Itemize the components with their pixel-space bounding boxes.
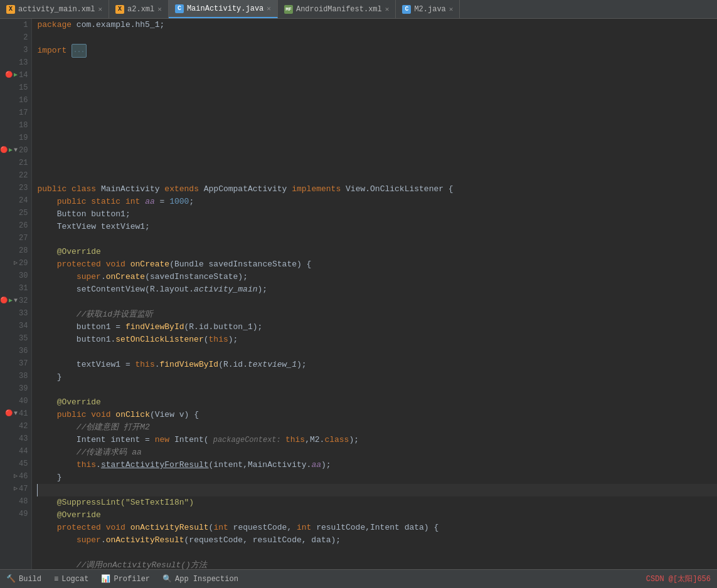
ln-28: 28 [10,244,28,257]
ln-30: 30 [10,270,28,282]
ln-34: 34 [10,320,28,332]
code-line-17: TextView textView1; [37,221,717,233]
code-line-39: @SuppressLint("SetTextI18n") [37,496,717,509]
code-line-22: setContentView(R.layout. activity_main); [37,283,717,296]
ln-31: 31 [10,282,28,295]
ln-17: 17 [10,107,28,119]
code-line-9 [37,120,717,133]
build-label: Build [19,575,41,584]
code-line-24: //获取id并设置监听 [37,308,717,321]
ln-16: 16 [10,94,28,107]
ln-42: 42 [10,420,28,433]
tab-close-manifest[interactable]: ✕ [385,5,390,13]
code-line-23 [37,296,717,308]
ln-29: ▷29 [10,257,28,270]
ln-41: 🔴 ▼41 [5,407,28,420]
tab-close-btn[interactable]: ✕ [98,5,102,13]
code-line-27 [37,346,717,359]
code-line-41: protected void onActivityResult( int req… [37,522,717,534]
code-line-6 [37,83,717,95]
code-line-43 [37,547,717,559]
ln-27: 27 [10,232,28,244]
java-icon-m2: C [402,5,411,14]
ln-49: 49 [10,508,28,520]
tab-label-a2: a2.xml [127,5,154,14]
ln-3: 3 [10,44,28,56]
logcat-label: Logcat [61,575,88,584]
fold-import[interactable]: ... [72,44,87,58]
tab-activity-main[interactable]: X activity_main.xml ✕ [0,0,109,18]
fold-icon-32[interactable]: ▼ [14,295,18,307]
code-line-29: } [37,371,717,384]
breakpoint-icon-32: 🔴 [0,295,8,307]
code-line-28: textView1 = this. findViewById(R.id. tex… [37,359,717,371]
ln-18: 18 [10,119,28,132]
tab-label-m2: M2.java [414,5,445,14]
ln-43: 43 [10,433,28,445]
logcat-status[interactable]: ≡ Logcat [54,575,88,584]
ln-44: 44 [10,445,28,458]
code-line-15: public static int aa = 1000; [37,196,717,208]
tab-close-a2[interactable]: ✕ [157,5,162,13]
ln-35: 35 [10,332,28,345]
code-line-20: protected void onCreate(Bundle savedInst… [37,258,717,271]
code-line-4 [37,58,717,70]
tab-mainactivity[interactable]: C MainActivity.java ✕ [169,0,278,18]
xml-icon: X [6,5,15,14]
code-line-7 [37,95,717,108]
build-status[interactable]: 🔨 Build [6,574,41,584]
code-line-3: import ... [37,44,717,58]
code-line-35: //传递请求码 aa [37,446,717,459]
code-line-40: @Override [37,509,717,522]
code-line-10 [37,133,717,145]
hammer-icon: 🔨 [6,574,16,584]
app-inspection-icon: 🔍 [162,574,172,584]
fold-icon-29[interactable]: ▷ [14,257,18,270]
logcat-icon: ≡ [54,575,58,584]
java-icon-main: C [175,4,184,13]
code-line-13 [37,171,717,183]
ln-20: 🔴 ▶ ▼20 [0,144,28,157]
csdn-badge: CSDN @[太阳]656 [646,574,711,584]
code-line-34: Intent intent = new Intent( packageConte… [37,434,717,446]
breakpoint-icon-41: 🔴 [5,407,13,420]
tab-close-main[interactable]: ✕ [267,4,271,13]
code-line-26: button1. setOnClickListener( this); [37,333,717,346]
code-editor[interactable]: package com.example.hh5_1; import ... pu… [32,19,717,569]
breakpoint-icon-14: 🔴 [5,69,13,81]
breakpoint-icon-20: 🔴 [0,144,8,157]
code-line-30 [37,384,717,396]
ln-39: 39 [10,382,28,395]
run-icon-14: ▶ [14,69,18,81]
ln-19: 19 [10,132,28,144]
tab-label-main: MainActivity.java [187,4,263,13]
code-line-8 [37,108,717,120]
tab-close-m2[interactable]: ✕ [449,5,454,13]
fold-icon-41[interactable]: ▼ [14,407,18,420]
code-line-1: package com.example.hh5_1; [37,19,717,31]
tab-a2[interactable]: X a2.xml ✕ [109,0,169,18]
code-line-33: //创建意图 打开M2 [37,421,717,434]
ln-25: 25 [10,207,28,219]
tab-label: activity_main.xml [18,5,95,14]
tab-manifest[interactable]: MF AndroidManifest.xml ✕ [278,0,396,18]
profiler-status[interactable]: 📊 Profiler [101,574,150,584]
ln-37: 37 [10,357,28,370]
ln-2: 2 [10,31,28,44]
code-line-44: //调用onActivityResult()方法 [37,559,717,569]
tab-m2[interactable]: C M2.java ✕ [396,0,460,18]
code-line-37: } [37,471,717,484]
tab-bar: X activity_main.xml ✕ X a2.xml ✕ C MainA… [0,0,717,19]
fold-icon-46[interactable]: ▷ [14,470,18,483]
ln-47: ▷47 [10,483,28,495]
app-inspection-status[interactable]: 🔍 App Inspection [162,574,238,584]
ln-23: 23 [10,182,28,194]
fold-icon-20[interactable]: ▼ [14,144,18,157]
code-line-12 [37,158,717,171]
code-line-32: public void onClick(View v) { [37,409,717,421]
ln-40: 40 [10,395,28,407]
fold-icon-47[interactable]: ▷ [14,483,18,495]
ln-15: 15 [10,81,28,94]
code-line-31: @Override [37,396,717,409]
ln-14: 🔴 ▶14 [5,69,28,81]
